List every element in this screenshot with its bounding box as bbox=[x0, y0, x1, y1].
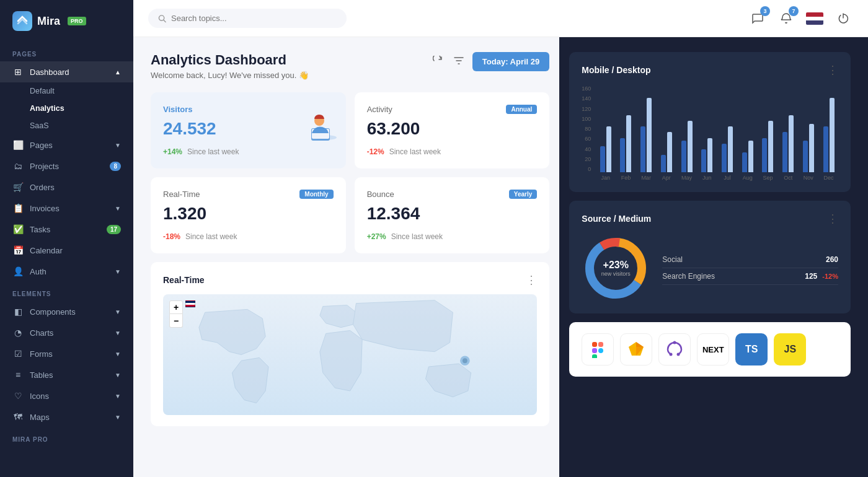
sidebar-item-dashboard[interactable]: ⊞ Dashboard ▲ bbox=[0, 61, 133, 82]
mobile-desktop-menu[interactable]: ⋮ bbox=[827, 63, 838, 77]
mobile-desktop-title: Mobile / Desktop bbox=[582, 65, 650, 75]
svg-point-20 bbox=[673, 341, 676, 344]
pages-icon: ⬜ bbox=[12, 140, 24, 150]
realtime-since: Since last week bbox=[185, 232, 237, 241]
bar-group-sep bbox=[758, 92, 777, 172]
source-medium-content: +23% new visitors Social 260 Search Engi… bbox=[582, 234, 838, 302]
typescript-logo: TS bbox=[735, 333, 768, 365]
alerts-button[interactable]: 7 bbox=[776, 9, 796, 28]
svg-point-15 bbox=[598, 348, 603, 353]
bar-group-feb bbox=[616, 92, 636, 172]
visitors-illustration bbox=[285, 97, 341, 153]
logo-name: Mira bbox=[37, 15, 60, 28]
sidebar-item-auth[interactable]: 👤 Auth ▼ bbox=[0, 261, 133, 282]
bar-chart-container: 160 140 120 100 80 60 40 20 0 bbox=[582, 85, 838, 181]
header-actions: Today: April 29 bbox=[430, 52, 549, 71]
sidebar-item-charts[interactable]: ◔ Charts ▼ bbox=[0, 322, 133, 343]
sidebar-item-tables[interactable]: ≡ Tables ▼ bbox=[0, 364, 133, 385]
bar-mobile-jul bbox=[722, 144, 727, 172]
components-icon: ◧ bbox=[12, 307, 24, 317]
realtime-map-card: Real-Time ⋮ + − bbox=[151, 262, 549, 426]
activity-value: 63.200 bbox=[367, 119, 538, 139]
realtime-label: Real-Time bbox=[163, 190, 200, 199]
visitors-change: +14% bbox=[163, 147, 182, 156]
sidebar-item-pages[interactable]: ⬜ Pages ▼ bbox=[0, 134, 133, 155]
activity-since: Since last week bbox=[389, 147, 441, 156]
notifications-button[interactable]: 3 bbox=[748, 9, 768, 28]
auth-arrow: ▼ bbox=[115, 268, 121, 275]
donut-percent: +23% bbox=[601, 260, 631, 271]
sidebar-item-projects[interactable]: 🗂 Projects 8 bbox=[0, 155, 133, 177]
sidebar-logo[interactable]: Mira PRO bbox=[0, 0, 133, 42]
bar-desktop-jan bbox=[606, 126, 611, 172]
sketch-logo bbox=[620, 333, 652, 365]
sidebar-item-forms[interactable]: ☑ Forms ▼ bbox=[0, 343, 133, 364]
bars-container bbox=[596, 85, 838, 172]
power-button[interactable] bbox=[833, 9, 853, 28]
source-name-search: Search Engines bbox=[662, 272, 715, 281]
svg-rect-13 bbox=[592, 348, 597, 353]
filter-button[interactable] bbox=[451, 53, 466, 71]
sidebar-item-calendar[interactable]: 📅 Calendar bbox=[0, 240, 133, 261]
donut-chart: +23% new visitors bbox=[582, 234, 650, 302]
bar-mobile-jan bbox=[600, 146, 605, 172]
sidebar-sub-saas[interactable]: SaaS bbox=[0, 117, 133, 134]
bar-group-may bbox=[677, 92, 696, 172]
forms-icon: ☑ bbox=[12, 349, 24, 359]
source-medium-menu[interactable]: ⋮ bbox=[827, 212, 838, 225]
left-panel: Analytics Dashboard Welcome back, Lucy! … bbox=[133, 37, 559, 477]
right-panel: Mobile / Desktop ⋮ 160 140 120 100 80 60… bbox=[559, 37, 868, 477]
sidebar-item-components[interactable]: ◧ Components ▼ bbox=[0, 301, 133, 322]
refresh-button[interactable] bbox=[430, 53, 445, 71]
charts-arrow: ▼ bbox=[115, 330, 121, 336]
sidebar-sub-analytics[interactable]: Analytics bbox=[0, 100, 133, 117]
language-selector[interactable] bbox=[805, 9, 825, 28]
sidebar-item-orders[interactable]: 🛒 Orders bbox=[0, 177, 133, 198]
realtime-map-menu[interactable]: ⋮ bbox=[526, 273, 537, 287]
bar-desktop-oct bbox=[789, 115, 794, 172]
sidebar-sub-default[interactable]: Default bbox=[0, 82, 133, 100]
sidebar-label-invoices: Invoices bbox=[30, 204, 60, 213]
bar-desktop-mar bbox=[647, 98, 652, 172]
realtime-card: Real-Time Monthly 1.320 -18% Since last … bbox=[151, 177, 346, 253]
world-map-container: + − bbox=[163, 294, 537, 415]
bar-group-aug bbox=[738, 92, 757, 172]
realtime-map-title: Real-Time bbox=[163, 275, 205, 285]
page-header-left: Analytics Dashboard Welcome back, Lucy! … bbox=[151, 52, 309, 80]
bar-desktop-may bbox=[688, 121, 693, 172]
bounce-since: Since last week bbox=[391, 232, 443, 241]
sidebar-item-icons[interactable]: ♡ Icons ▼ bbox=[0, 385, 133, 406]
search-box[interactable] bbox=[148, 9, 347, 28]
bounce-change: +27% bbox=[367, 232, 386, 241]
sidebar-item-tasks[interactable]: ✅ Tasks 17 bbox=[0, 219, 133, 240]
activity-badge: Annual bbox=[506, 105, 537, 114]
chat-badge: 3 bbox=[760, 6, 770, 16]
sidebar: Mira PRO PAGES ⊞ Dashboard ▲ Default Ana… bbox=[0, 0, 133, 477]
search-input[interactable] bbox=[171, 14, 337, 23]
map-zoom-out[interactable]: − bbox=[169, 314, 183, 328]
sidebar-label-auth: Auth bbox=[30, 267, 46, 276]
javascript-logo: JS bbox=[774, 333, 806, 365]
bar-group-jun bbox=[698, 92, 717, 172]
pro-badge: PRO bbox=[68, 17, 86, 25]
bar-group-apr bbox=[657, 92, 676, 172]
flag-icon bbox=[806, 12, 823, 25]
bar-desktop-sep bbox=[768, 121, 773, 172]
today-button[interactable]: Today: April 29 bbox=[472, 52, 549, 71]
projects-badge: 8 bbox=[110, 162, 121, 171]
nextjs-logo: NEXT bbox=[697, 333, 729, 365]
bar-mobile-jun bbox=[701, 149, 706, 172]
page-subtitle: Welcome back, Lucy! We've missed you. 👋 bbox=[151, 71, 309, 80]
pages-arrow: ▼ bbox=[115, 142, 121, 149]
bar-group-oct bbox=[779, 92, 798, 172]
main-content: 3 7 Ana bbox=[133, 0, 868, 477]
sidebar-item-invoices[interactable]: 📋 Invoices ▼ bbox=[0, 198, 133, 219]
auth-icon: 👤 bbox=[12, 266, 24, 276]
components-arrow: ▼ bbox=[115, 309, 121, 315]
bounce-card: Bounce Yearly 12.364 +27% Since last wee… bbox=[355, 177, 550, 253]
alerts-badge: 7 bbox=[789, 6, 799, 16]
topnav-right: 3 7 bbox=[748, 9, 853, 28]
sidebar-item-maps[interactable]: 🗺 Maps ▼ bbox=[0, 406, 133, 427]
map-zoom-in[interactable]: + bbox=[169, 300, 183, 314]
bar-desktop-apr bbox=[667, 132, 672, 172]
